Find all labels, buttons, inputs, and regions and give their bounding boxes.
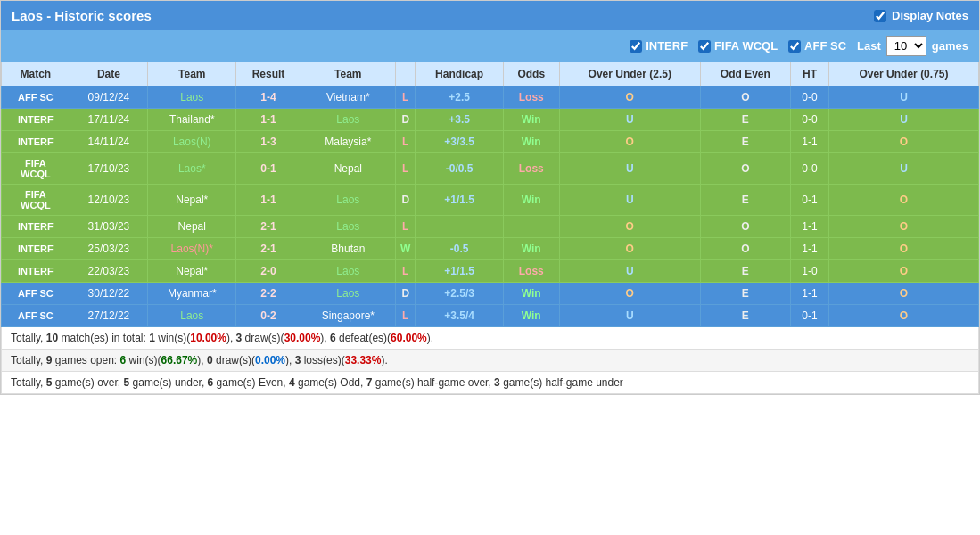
match-result[interactable]: 1-3 [236, 131, 301, 153]
match-outcome-letter: L [396, 216, 416, 238]
match-result[interactable]: 2-0 [236, 260, 301, 283]
aff-sc-checkbox[interactable] [788, 40, 801, 53]
display-notes-checkbox[interactable] [874, 10, 886, 22]
match-outcome-letter: D [396, 109, 416, 131]
fifa-wcql-checkbox[interactable] [698, 40, 711, 53]
odd-even: O [700, 238, 790, 260]
handicap-value: +1/1.5 [416, 185, 503, 216]
match-result[interactable]: 2-1 [236, 238, 301, 260]
handicap-value: +3.5 [416, 109, 503, 131]
odd-even: O [700, 216, 790, 238]
match-outcome-letter: L [396, 305, 416, 327]
over-under-075: U [828, 153, 978, 185]
page-title: Laos - Historic scores [12, 8, 152, 23]
games-select[interactable]: 10 5 15 20 [886, 36, 926, 56]
over-under-075: O [828, 131, 978, 153]
match-outcome-letter: L [396, 153, 416, 185]
team2-name[interactable]: Bhutan [301, 238, 395, 260]
odds-outcome: Loss [503, 153, 559, 185]
match-date: 12/10/23 [70, 185, 147, 216]
handicap-value: +3/3.5 [416, 131, 503, 153]
team1-name[interactable]: Myanmar* [148, 283, 236, 305]
summary-text: Totally, 9 games open: 6 win(s)(66.67%),… [2, 350, 979, 372]
team1-name[interactable]: Nepal* [148, 185, 236, 216]
over-under-25: U [559, 153, 700, 185]
match-result[interactable]: 0-1 [236, 153, 301, 185]
match-result[interactable]: 2-2 [236, 283, 301, 305]
over-under-075: O [828, 305, 978, 327]
match-date: 27/12/22 [70, 305, 147, 327]
aff-sc-filter[interactable]: AFF SC [788, 39, 846, 53]
interf-checkbox[interactable] [630, 40, 642, 53]
interf-filter[interactable]: INTERF [630, 39, 688, 53]
match-result[interactable]: 2-1 [236, 216, 301, 238]
handicap-value: -0/0.5 [416, 153, 503, 185]
team1-name[interactable]: Laos [148, 305, 236, 327]
match-label: INTERF [2, 109, 70, 131]
team1-name[interactable]: Nepal [148, 216, 236, 238]
over-under-25: O [559, 131, 700, 153]
half-time-score: 0-1 [791, 185, 829, 216]
team1-name[interactable]: Laos* [148, 153, 236, 185]
odd-even: O [700, 153, 790, 185]
team1-name[interactable]: Thailand* [148, 109, 236, 131]
match-date: 22/03/23 [70, 260, 147, 283]
half-time-score: 1-1 [791, 283, 829, 305]
over-under-075: U [828, 86, 978, 109]
col-team1: Team [148, 62, 236, 86]
team2-name[interactable]: Laos [301, 185, 395, 216]
col-wl [396, 62, 416, 86]
odds-outcome: Win [503, 283, 559, 305]
scores-table: Match Date Team Result Team Handicap Odd… [1, 62, 979, 394]
col-odd-even: Odd Even [700, 62, 790, 86]
team2-name[interactable]: Nepal [301, 153, 395, 185]
table-header: Match Date Team Result Team Handicap Odd… [2, 62, 979, 86]
fifa-wcql-filter[interactable]: FIFA WCQL [698, 39, 778, 53]
last-games-section: Last 10 5 15 20 games [857, 36, 968, 56]
match-result[interactable]: 1-1 [236, 109, 301, 131]
col-match: Match [2, 62, 70, 86]
match-result[interactable]: 1-1 [236, 185, 301, 216]
team2-name[interactable]: Laos [301, 109, 395, 131]
summary-text: Totally, 10 match(es) in total: 1 win(s)… [2, 327, 979, 350]
match-outcome-letter: L [396, 260, 416, 283]
over-under-25: O [559, 86, 700, 109]
odd-even: E [700, 260, 790, 283]
col-result: Result [236, 62, 301, 86]
match-date: 17/10/23 [70, 153, 147, 185]
match-result[interactable]: 0-2 [236, 305, 301, 327]
summary-row: Totally, 10 match(es) in total: 1 win(s)… [2, 327, 979, 350]
odd-even: E [700, 131, 790, 153]
table-row: AFF SC30/12/22Myanmar*2-2LaosD+2.5/3WinO… [2, 283, 979, 305]
display-notes-section: Display Notes [874, 9, 968, 22]
team1-name[interactable]: Laos [148, 86, 236, 109]
team2-name[interactable]: Laos [301, 260, 395, 283]
team2-name[interactable]: Laos [301, 216, 395, 238]
team2-name[interactable]: Malaysia* [301, 131, 395, 153]
team2-name[interactable]: Laos [301, 283, 395, 305]
over-under-075: O [828, 260, 978, 283]
odd-even: E [700, 185, 790, 216]
team1-name[interactable]: Laos(N)* [148, 238, 236, 260]
team1-name[interactable]: Nepal* [148, 260, 236, 283]
odds-outcome: Win [503, 109, 559, 131]
over-under-25: O [559, 216, 700, 238]
over-under-075: O [828, 283, 978, 305]
col-over-under-25: Over Under (2.5) [559, 62, 700, 86]
over-under-25: U [559, 185, 700, 216]
half-time-score: 0-0 [791, 86, 829, 109]
table-row: FIFA WCQL17/10/23Laos*0-1NepalL-0/0.5Los… [2, 153, 979, 185]
table-row: INTERF31/03/23Nepal2-1LaosLOO1-1O [2, 216, 979, 238]
over-under-075: O [828, 185, 978, 216]
title-bar: Laos - Historic scores Display Notes [1, 1, 979, 30]
match-outcome-letter: D [396, 283, 416, 305]
table-row: INTERF22/03/23Nepal*2-0LaosL+1/1.5LossUE… [2, 260, 979, 283]
table-row: AFF SC27/12/22Laos0-2Singapore*L+3.5/4Wi… [2, 305, 979, 327]
match-date: 25/03/23 [70, 238, 147, 260]
over-under-075: U [828, 109, 978, 131]
team1-name[interactable]: Laos(N) [148, 131, 236, 153]
match-label: INTERF [2, 238, 70, 260]
team2-name[interactable]: Vietnam* [301, 86, 395, 109]
team2-name[interactable]: Singapore* [301, 305, 395, 327]
match-result[interactable]: 1-4 [236, 86, 301, 109]
